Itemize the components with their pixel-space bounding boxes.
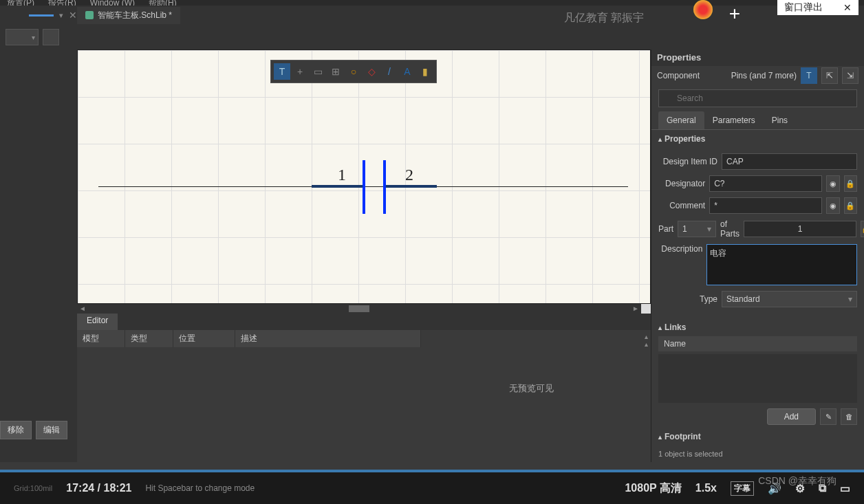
line-icon[interactable]: / [381, 63, 398, 80]
edit-icon[interactable]: ✎ [820, 408, 836, 425]
video-controls: Grid:100mil 17:24 / 18:21 Hit Spacebar t… [0, 472, 864, 504]
csdn-watermark: CSDN @幸幸有狗 [758, 475, 836, 487]
tab-marker [29, 14, 54, 17]
input-comment[interactable] [709, 197, 822, 214]
label-designator: Designator [658, 179, 705, 188]
type-select[interactable]: Standard▾ [722, 291, 857, 307]
preview-empty-text: 无预览可见 [509, 382, 554, 395]
section-links[interactable]: Links [651, 318, 864, 336]
filter-icon[interactable]: T [274, 63, 290, 80]
input-parts-total[interactable] [744, 221, 856, 237]
resize-grip[interactable] [641, 304, 651, 314]
label-part: Part [658, 224, 673, 234]
file-tab-label: 智能车主板.SchLib * [98, 10, 172, 21]
selection-status: 1 object is selected [651, 446, 864, 462]
search-wrapper [658, 89, 857, 107]
pin-icon[interactable]: ▾ [59, 11, 63, 20]
schematic-symbol: 1 2 [78, 50, 650, 303]
lock-button[interactable]: 🔒 [844, 175, 857, 192]
label-type: Type [658, 294, 717, 304]
search-input[interactable] [658, 89, 857, 107]
property-tabs: General Parameters Pins [651, 111, 864, 130]
grid-icon[interactable]: ⊞ [327, 63, 344, 80]
theater-icon[interactable]: ▭ [840, 482, 850, 495]
edit-button[interactable]: 编辑 [36, 421, 67, 439]
horizontal-scrollbar[interactable]: ◄ ► [77, 304, 651, 314]
tab-parameters[interactable]: Parameters [704, 111, 764, 129]
cap-base-left [312, 185, 365, 188]
input-designator[interactable] [709, 175, 822, 192]
plus-icon[interactable]: + [729, 3, 740, 25]
links-list [658, 354, 857, 403]
speed-button[interactable]: 1.5x [695, 482, 717, 494]
lock-button-2[interactable]: 🔒 [844, 197, 857, 214]
visibility-button[interactable]: ◉ [826, 175, 839, 192]
file-icon [85, 11, 94, 19]
scroll-right-icon[interactable]: ► [631, 304, 640, 312]
cap-base-right [383, 185, 437, 188]
schematic-canvas[interactable]: T + ▭ ⊞ ○ ◇ / A ▮ 1 2 [77, 50, 651, 304]
lock-button-3[interactable]: 🔒 [861, 221, 864, 237]
circle-icon[interactable]: ○ [345, 63, 362, 80]
tab-general[interactable]: General [658, 111, 704, 129]
bottom-buttons: 移除 编辑 [0, 421, 67, 439]
file-tab[interactable]: 智能车主板.SchLib * [77, 7, 180, 24]
bar-icon[interactable]: ▮ [417, 63, 433, 80]
menu-help[interactable]: 帮助(H) [149, 0, 177, 6]
menu-place[interactable]: 放置(P) [7, 0, 34, 6]
pins-more-label: Pins (and 7 more) [731, 71, 797, 80]
visibility-button-2[interactable]: ◉ [826, 197, 839, 214]
tab-pins[interactable]: Pins [764, 111, 796, 129]
section-footprint[interactable]: Footprint [651, 428, 864, 446]
models-panel: 模型 类型 位置 描述 无预览可见 ▴▴ [77, 330, 651, 447]
combo-selector[interactable]: ▾ [6, 29, 39, 45]
input-design-item[interactable] [722, 153, 857, 170]
section-properties[interactable]: Properties [651, 130, 864, 148]
popup-window: 窗口弹出 ✕ [777, 0, 858, 15]
scroll-left-icon[interactable]: ◄ [78, 304, 87, 312]
filter-button[interactable]: T [801, 67, 817, 84]
expand-button-2[interactable]: ⇲ [842, 67, 858, 84]
models-header: 模型 类型 位置 描述 [77, 330, 421, 347]
subtitle-button[interactable]: 字幕 [731, 481, 754, 496]
col-position[interactable]: 位置 [173, 330, 235, 347]
brand-watermark: 凡亿教育 郭振宇 [564, 11, 644, 25]
text-icon[interactable]: A [399, 63, 415, 80]
plus-icon[interactable]: + [292, 63, 308, 80]
delete-icon[interactable]: 🗑 [841, 408, 857, 425]
tab-close-icon[interactable]: ✕ [69, 10, 77, 21]
col-model[interactable]: 模型 [77, 330, 125, 347]
collapse-button[interactable]: ▴▴ [641, 330, 651, 447]
close-icon[interactable]: ✕ [843, 2, 852, 13]
label-design-item: Design Item ID [658, 157, 717, 166]
diamond-icon[interactable]: ◇ [363, 63, 380, 80]
grid-status: Grid:100mil [14, 484, 52, 492]
scroll-thumb[interactable] [349, 305, 369, 312]
input-description[interactable]: 电容 [706, 244, 857, 285]
cap-plate-right [383, 160, 386, 214]
component-label: Component [657, 71, 727, 80]
menu-window[interactable]: Window (W) [90, 0, 135, 6]
editor-tab[interactable]: Editor [77, 314, 118, 330]
expand-button-1[interactable]: ⇱ [821, 67, 838, 84]
editor-tab-row: Editor [77, 314, 651, 330]
links-name-header[interactable]: Name [658, 336, 857, 351]
remove-button[interactable]: 移除 [0, 421, 32, 439]
cap-plate-left [363, 160, 365, 214]
popup-text: 窗口弹出 [784, 1, 823, 14]
models-table: 模型 类型 位置 描述 [77, 330, 421, 447]
flag-icon [693, 0, 713, 19]
floating-toolbar: T + ▭ ⊞ ○ ◇ / A ▮ [270, 60, 437, 83]
col-type[interactable]: 类型 [125, 330, 173, 347]
rect-icon[interactable]: ▭ [310, 63, 326, 80]
toolbar-button[interactable] [43, 29, 59, 45]
part-select[interactable]: 1▾ [678, 221, 716, 237]
label-comment: Comment [658, 201, 705, 210]
time-current: 17:24 / 18:21 [66, 482, 131, 494]
menu-report[interactable]: 报告(R) [48, 0, 76, 6]
col-description[interactable]: 描述 [235, 330, 421, 347]
add-button[interactable]: Add [767, 408, 816, 425]
label-description: Description [658, 244, 702, 254]
quality-button[interactable]: 1080P 高清 [625, 481, 681, 496]
pin-2-label: 2 [405, 166, 413, 184]
